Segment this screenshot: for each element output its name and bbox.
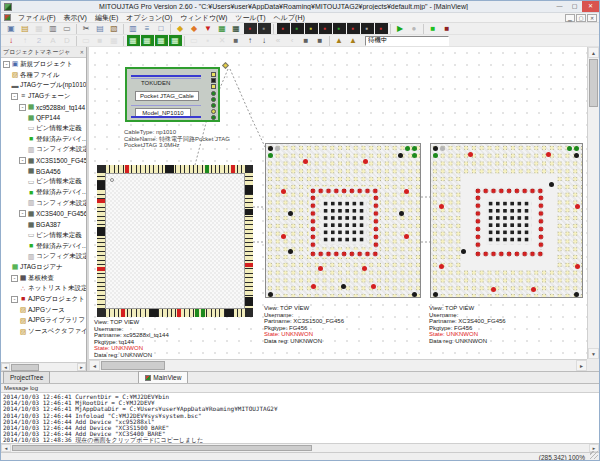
cut-button[interactable]: ✂ [80,23,93,34]
tree-expander-icon[interactable]: - [3,61,10,68]
scroll-up-icon[interactable]: ▲ [588,47,599,58]
device-add-dark-button[interactable]: ▪ [258,23,271,34]
minimize-button[interactable]: — [552,1,567,12]
tree-item[interactable]: ▦QFP144 [1,112,86,123]
block-dark-button[interactable]: ■ [230,35,243,46]
scroll-thumb[interactable] [589,59,598,107]
chip-xc3s400-fg456[interactable] [430,143,583,298]
bsdl-manager-button[interactable]: ▦ [216,23,229,34]
tree-item[interactable]: -▦XC3S1500_FG456 [1,155,86,166]
scroll-down-icon[interactable]: ▼ [588,348,599,359]
board-doc-button[interactable]: ▭ [80,35,93,46]
split-view-button[interactable]: □ [155,23,168,34]
move-up-button[interactable]: ↑ [244,35,257,46]
tree-item[interactable]: ■登録済みデバイ.. [1,187,86,198]
main-view-canvas[interactable]: TOKUDEN Pocket JTAG_Cable Model_NP1010 C… [89,47,587,359]
log-horizontal-scrollbar[interactable]: ◄ ► [1,443,599,452]
scroll-left-icon[interactable]: ◄ [1,444,11,452]
save-all-button[interactable]: ▥ [47,23,60,34]
screen-7-button[interactable]: ▪ [361,23,374,34]
screen-1-button[interactable]: ▪ [277,23,290,34]
resize-grip[interactable] [590,451,598,459]
chip-view-1-button[interactable]: ▦ [127,35,140,46]
tree-item[interactable]: ▭ピン情報未定義 [1,230,86,241]
pin-a-button[interactable]: A [47,35,60,46]
save-project-button[interactable]: ▦ [33,23,46,34]
tree-expander-icon[interactable]: - [11,93,18,100]
tree-item[interactable]: -▦基板検査 [1,273,86,284]
tree-item[interactable]: ▬JTAGケーブル(np1010) [1,80,86,91]
screen-6-button[interactable]: ▪ [347,23,360,34]
scroll-thumb[interactable] [12,445,312,451]
tree-expander-icon[interactable]: - [19,157,26,164]
scroll-thumb[interactable] [101,361,165,370]
scroll-thumb[interactable] [11,364,39,371]
rewind-button[interactable]: « [272,35,285,46]
toolbar-status-field[interactable] [365,36,449,46]
tree-item[interactable]: ▦BGA387 [1,219,86,230]
tree-item[interactable]: ▥コンフィグ未設定 [1,145,86,156]
tree-item[interactable]: ▨ソースベクタファイル [1,326,86,337]
run-button[interactable]: ▶ [394,23,407,34]
scroll-left-icon[interactable]: ◄ [1,363,10,371]
copy-button[interactable]: ▤ [94,23,107,34]
jtag-detect-button[interactable]: ◆ [188,23,201,34]
chip-view-2-button[interactable]: ▦ [141,35,154,46]
tree-item[interactable]: -≡JTAGチェーン [1,91,86,102]
open-project-button[interactable]: ▤ [19,23,32,34]
main-horizontal-scrollbar[interactable]: ◄ ► [89,359,587,371]
screen-5-button[interactable]: ▪ [333,23,346,34]
doc-new-button[interactable]: ▭ [188,35,201,46]
paste-button[interactable]: ▧ [108,23,121,34]
board-grid-button[interactable]: ▦ [108,35,121,46]
probe-gold-1-button[interactable]: ▲ [333,35,346,46]
tree-item[interactable]: ▭ピン情報未定義 [1,177,86,188]
power-off-button[interactable]: ■ [441,23,454,34]
tree-expander-icon[interactable]: - [11,275,18,282]
maximize-button[interactable]: ▢ [567,1,582,12]
menu-item[interactable]: ツール(T) [231,13,269,23]
tree-item[interactable]: -▦XC3S400_FG456 [1,209,86,220]
pause-button[interactable]: ● [408,23,421,34]
tree-expander-icon[interactable]: - [11,296,18,303]
panel-close-icon[interactable]: ✕ [80,49,84,55]
power-on-button[interactable]: ■ [427,23,440,34]
stop-a-button[interactable]: ■ [300,35,313,46]
menu-item[interactable]: 編集(E) [91,13,122,23]
device-grid-button[interactable]: ▦ [230,23,243,34]
tree-item[interactable]: ▥コンフィグ未設定 [1,198,86,209]
menu-item[interactable]: 表示(V) [60,13,91,23]
message-log[interactable]: 2014/10/03 12:46:41 CurrentDir = C:¥MJ2D… [1,393,599,443]
tree-expander-icon[interactable]: - [19,210,26,217]
tree-item[interactable]: ▨AJPGソース [1,305,86,316]
tree-item[interactable]: -▦xc95288xl_tq144 [1,102,86,113]
pin-write-button[interactable]: ↓ [5,35,18,46]
board-block-button[interactable]: ■ [94,35,107,46]
pin-d-button[interactable]: D [61,35,74,46]
chip-view-3-button[interactable]: ▦ [155,35,168,46]
new-project-button[interactable]: ▣ [5,23,18,34]
sidebar-horizontal-scrollbar[interactable]: ◄ ► [1,362,86,371]
list-view-button[interactable]: ≡ [141,23,154,34]
probe-gold-2-button[interactable]: ▲ [347,35,360,46]
print-button[interactable]: ▭ [61,23,74,34]
pin-2-button[interactable]: 2 [33,35,46,46]
jtag-cable-box[interactable]: TOKUDEN Pocket JTAG_Cable Model_NP1010 [125,67,220,122]
tree-expander-icon[interactable]: - [19,104,26,111]
doc-small-button[interactable]: ▪ [202,35,215,46]
menu-item[interactable]: ヘルプ(H) [270,13,309,23]
main-vertical-scrollbar[interactable]: ▲ ▼ [587,47,599,359]
step-back-button[interactable]: ‹ [286,35,299,46]
tree-item[interactable]: ▨AJPGライブラリファイ [1,316,86,327]
tab-project-tree[interactable]: ProjectTree [3,371,50,383]
tree-item[interactable]: -■AJPGプロジェクト [1,294,86,305]
close-button[interactable]: ✕ [582,1,599,12]
mdi-restore-button[interactable]: ▢ [576,14,586,22]
jtag-reset-button[interactable]: ▼ [202,23,215,34]
scroll-left-icon[interactable]: ◄ [89,360,100,371]
tree-item[interactable]: ∴ネットリスト未設定 [1,283,86,294]
jtag-autodetect-button[interactable]: ◆ [174,23,187,34]
mdi-minimize-button[interactable]: ▁ [565,14,575,22]
stop-b-button[interactable]: ■ [314,35,327,46]
pin-read-button[interactable]: ↑ [19,35,32,46]
